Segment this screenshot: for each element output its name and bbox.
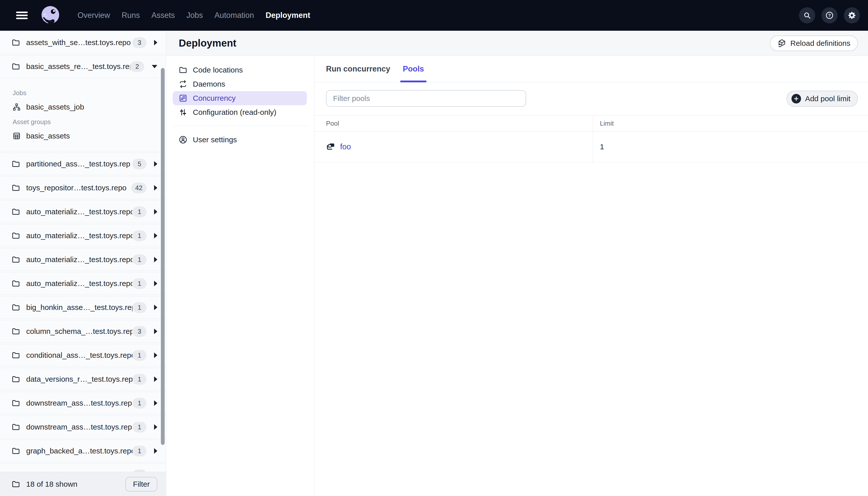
repo-row[interactable]: auto_materializ…_test.toys.repo 1	[0, 224, 166, 247]
settings-nav-user-settings[interactable]: User settings	[173, 133, 307, 147]
repo-label: conditional_ass…_test.toys.repo	[26, 351, 132, 359]
folder-icon	[12, 160, 20, 168]
chevron-right-icon[interactable]	[154, 233, 157, 238]
repo-label: auto_materializ…_test.toys.repo	[26, 231, 132, 240]
sidebar-filter-button[interactable]: Filter	[125, 477, 157, 492]
chevron-right-icon[interactable]	[154, 400, 157, 406]
repo-row[interactable]: basic_assets_re…_test.toys.rep 2	[0, 55, 166, 78]
nav-link-jobs[interactable]: Jobs	[187, 11, 203, 20]
sidebar-scrollbar-thumb[interactable]	[161, 68, 164, 445]
pool-layers-icon	[326, 142, 335, 152]
repo-row[interactable]: big_honkin_asse…_test.toys.rep 1	[0, 296, 166, 319]
reload-cube-icon	[777, 39, 786, 48]
repo-expanded-content: Jobs basic_assets_job Asset groups basic…	[0, 79, 166, 151]
folder-icon	[12, 279, 20, 288]
add-pool-limit-button[interactable]: Add pool limit	[786, 91, 858, 107]
repo-row[interactable]: data_versions_r…_test.toys.rep 1	[0, 368, 166, 390]
nav-link-automation[interactable]: Automation	[215, 11, 254, 20]
repo-row[interactable]: auto_materializ…_test.toys.repo 1	[0, 248, 166, 271]
chevron-down-icon[interactable]	[152, 65, 157, 68]
filter-pools-input[interactable]	[326, 90, 526, 107]
repo-count-badge: 1	[132, 230, 146, 241]
chevron-right-icon[interactable]	[154, 448, 157, 454]
chevron-right-icon[interactable]	[154, 40, 157, 45]
sidebar-section-label: Jobs	[13, 89, 157, 97]
chevron-right-icon[interactable]	[154, 209, 157, 215]
sidebar-item-basic_assets[interactable]: basic_assets	[13, 128, 157, 143]
repo-row[interactable]: auto_materializ…_test.toys.repo 1	[0, 272, 166, 295]
folder-icon	[12, 375, 20, 384]
nav-actions: ?	[799, 7, 860, 24]
settings-nav-configuration-read-only-[interactable]: Configuration (read-only)	[173, 105, 307, 119]
repo-label: column_schema_…test.toys.rep	[26, 327, 132, 336]
chevron-right-icon[interactable]	[154, 424, 157, 430]
repo-count-badge: 1	[132, 254, 146, 265]
repo-label: toys_repositor…test.toys.repo	[26, 184, 131, 192]
nav-link-deployment[interactable]: Deployment	[266, 11, 310, 20]
pool-limit-value: 1	[593, 142, 868, 151]
daemons-icon	[179, 80, 187, 88]
chevron-right-icon[interactable]	[154, 281, 157, 286]
folder-icon	[12, 231, 20, 240]
reload-definitions-button[interactable]: Reload definitions	[770, 35, 858, 51]
main-content: Deployment Reload definitions	[166, 31, 868, 496]
tab-run-concurrency[interactable]: Run concurrency	[323, 56, 393, 82]
column-divider	[593, 115, 593, 162]
chevron-right-icon[interactable]	[154, 353, 157, 358]
nav-link-assets[interactable]: Assets	[152, 11, 175, 20]
page-title: Deployment	[179, 37, 236, 49]
deployment-content: Code locations Daemons Concurrency Confi…	[166, 56, 868, 496]
repo-count-badge: 1	[132, 374, 146, 385]
repo-count-badge: 5	[132, 159, 146, 169]
pool-link[interactable]: foo	[340, 142, 351, 151]
repo-row[interactable]: conditional_ass…_test.toys.repo 1	[0, 344, 166, 367]
repo-row[interactable]: downstream_ass…test.toys.rep 1	[0, 416, 166, 438]
page-header: Deployment Reload definitions	[166, 31, 868, 56]
repos-shown-count: 18 of 18 shown	[26, 480, 119, 489]
repo-row[interactable]: toys_repositor…test.toys.repo 42	[0, 176, 166, 199]
folder-icon	[12, 423, 20, 431]
chevron-right-icon[interactable]	[154, 376, 157, 382]
sidebar-section-label: Asset groups	[13, 118, 157, 126]
sidebar-item-basic_assets_job[interactable]: basic_assets_job	[13, 99, 157, 114]
chevron-right-icon[interactable]	[154, 329, 157, 334]
folder-icon	[12, 480, 20, 489]
dagster-logo-icon[interactable]	[39, 4, 62, 27]
repo-row[interactable]: assets_with_se…test.toys.repo 3	[0, 31, 166, 54]
concurrency-section: Run concurrencyPools Add pool limit Pool…	[315, 56, 868, 496]
settings-nav-concurrency[interactable]: Concurrency	[173, 91, 307, 105]
repo-row[interactable]: auto_materializ…_test.toys.repo 1	[0, 200, 166, 223]
repo-count-badge: 1	[132, 469, 146, 472]
repo-label: auto_materializ…_test.toys.repo	[26, 207, 132, 216]
concurrency-icon	[179, 94, 187, 103]
chevron-right-icon[interactable]	[154, 257, 157, 262]
gear-button[interactable]	[844, 7, 860, 24]
pool-table-row: foo 1	[315, 131, 868, 162]
tab-pools[interactable]: Pools	[400, 56, 426, 82]
repo-row[interactable]: downstream_ass…test.toys.rep 1	[0, 392, 166, 415]
repo-row[interactable]: graph_backed_a…test.toys.repo 1	[0, 439, 166, 462]
hamburger-menu-button[interactable]	[16, 12, 28, 19]
help-icon: ?	[825, 11, 834, 20]
folder-icon	[12, 303, 20, 312]
repo-count-badge: 1	[132, 446, 146, 456]
nav-link-runs[interactable]: Runs	[122, 11, 140, 20]
nav-link-overview[interactable]: Overview	[78, 11, 110, 20]
chevron-right-icon[interactable]	[154, 305, 157, 310]
repo-row[interactable]: partitioned_ass…_test.toys.rep 5	[0, 153, 166, 175]
folder-icon	[12, 327, 20, 336]
pools-toolbar: Add pool limit	[326, 90, 858, 110]
asset-group-icon	[13, 132, 21, 140]
chevron-right-icon[interactable]	[154, 161, 157, 167]
help-button[interactable]: ?	[821, 7, 838, 24]
pools-table: Pool Limit foo 1	[315, 115, 868, 162]
plus-circle-icon	[791, 94, 801, 104]
search-button[interactable]	[799, 7, 815, 24]
chevron-right-icon[interactable]	[154, 185, 157, 190]
settings-nav-daemons[interactable]: Daemons	[173, 77, 307, 91]
repo-row[interactable]: column_schema_…test.toys.rep 3	[0, 320, 166, 343]
search-icon	[803, 11, 811, 20]
settings-nav-code-locations[interactable]: Code locations	[173, 63, 307, 77]
folder-icon	[179, 66, 187, 74]
repo-row[interactable]: long_asset_keys…_test.toys.rep 1	[0, 464, 166, 472]
